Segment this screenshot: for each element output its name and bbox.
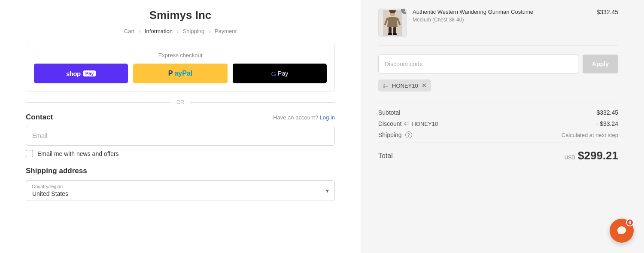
- svg-rect-9: [393, 33, 397, 35]
- summary-divider: [378, 103, 618, 103]
- product-details: Authentic Western Wandering Gunman Costu…: [413, 9, 590, 23]
- paypal-button[interactable]: PayPal: [133, 64, 227, 83]
- shipping-calculated-text: Calculated at next step: [562, 132, 618, 138]
- country-select-wrapper: Country/region United States ▾: [26, 180, 335, 201]
- paypal-label: ayPal: [174, 70, 192, 77]
- crisp-chat-widget[interactable]: 6: [610, 219, 634, 243]
- total-currency: USD: [565, 155, 575, 161]
- discount-label-row: Discount 🏷 HONEY10: [378, 120, 438, 127]
- chevron-icon-3: ›: [209, 28, 210, 34]
- product-variant: Medium (Chest 38-40): [413, 17, 590, 23]
- product-price: $332.45: [596, 9, 618, 15]
- gpay-button[interactable]: G Pay: [233, 64, 327, 83]
- shoppay-pay-badge: Pay: [83, 70, 96, 76]
- or-divider: OR: [26, 99, 335, 105]
- tag-icon: 🏷: [383, 82, 389, 89]
- shipping-label-group: Shipping ?: [378, 131, 412, 138]
- contact-header: Contact Have an account? Log in: [26, 113, 335, 122]
- breadcrumb-cart[interactable]: Cart: [124, 28, 135, 34]
- gpay-g-icon: G: [271, 70, 276, 77]
- email-news-checkbox[interactable]: [26, 150, 33, 157]
- email-news-label[interactable]: Email me with news and offers: [37, 150, 119, 157]
- total-label: Total: [378, 152, 393, 160]
- discount-summary-label: Discount: [378, 120, 401, 127]
- express-checkout-buttons: shop Pay PayPal G Pay: [34, 64, 327, 83]
- order-summary-panel: 1 Authenti: [361, 0, 635, 253]
- log-in-link[interactable]: Log in: [320, 114, 335, 121]
- breadcrumb-shipping: Shipping: [183, 28, 205, 34]
- express-checkout-label: Express checkout: [34, 52, 327, 58]
- discount-tag-icon-sm: 🏷: [404, 121, 409, 127]
- subtotal-label: Subtotal: [378, 109, 400, 116]
- country-select[interactable]: United States: [26, 180, 335, 201]
- paypal-p-icon: P: [168, 70, 173, 77]
- shipping-summary-row: Shipping ? Calculated at next step: [378, 131, 618, 138]
- breadcrumb: Cart › Information › Shipping › Payment: [26, 28, 335, 34]
- svg-rect-8: [388, 33, 392, 35]
- svg-rect-7: [393, 27, 396, 34]
- discount-summary-row: Discount 🏷 HONEY10 - $33.24: [378, 120, 618, 127]
- crisp-notification-badge: 6: [626, 219, 634, 226]
- svg-rect-6: [389, 27, 392, 34]
- product-item: 1 Authenti: [378, 9, 618, 46]
- shipping-address-title: Shipping address: [26, 167, 335, 175]
- email-news-row: Email me with news and offers: [26, 150, 335, 157]
- crisp-chat-icon: [616, 225, 627, 236]
- checkout-left-panel: Smimys Inc Cart › Information › Shipping…: [0, 0, 361, 253]
- discount-row: Apply: [378, 55, 618, 73]
- discount-code-input[interactable]: [378, 55, 578, 73]
- chevron-icon-1: ›: [139, 28, 140, 34]
- discount-tag: 🏷 HONEY10 ✕: [378, 79, 431, 91]
- apply-button[interactable]: Apply: [583, 55, 618, 73]
- breadcrumb-payment: Payment: [215, 28, 237, 34]
- shoppay-text: shop: [66, 70, 81, 77]
- chevron-icon-2: ›: [177, 28, 179, 34]
- applied-discount-code: HONEY10: [392, 82, 418, 89]
- gpay-pay-label: Pay: [278, 70, 288, 77]
- total-row: Total USD $299.21: [378, 143, 618, 162]
- shoppay-button[interactable]: shop Pay: [34, 64, 128, 83]
- express-checkout-box: Express checkout shop Pay PayPal G Pay: [26, 44, 335, 91]
- login-prompt: Have an account? Log in: [273, 114, 335, 121]
- breadcrumb-information: Information: [145, 28, 173, 34]
- discount-code-label: HONEY10: [412, 121, 438, 127]
- svg-rect-3: [390, 11, 395, 13]
- shipping-help-icon[interactable]: ?: [405, 131, 412, 138]
- subtotal-row: Subtotal $332.45: [378, 109, 618, 116]
- total-amount: $299.21: [578, 149, 618, 162]
- have-account-text: Have an account?: [273, 114, 318, 121]
- total-right: USD $299.21: [565, 149, 618, 162]
- product-image-svg: [383, 10, 402, 36]
- discount-value: - $33.24: [596, 120, 618, 127]
- subtotal-value: $332.45: [596, 109, 618, 116]
- store-title: Smimys Inc: [26, 9, 335, 22]
- email-field[interactable]: [26, 126, 335, 146]
- remove-discount-button[interactable]: ✕: [422, 82, 427, 89]
- shipping-label: Shipping: [378, 131, 402, 138]
- product-name: Authentic Western Wandering Gunman Costu…: [413, 9, 590, 15]
- product-image: 1: [378, 9, 407, 37]
- or-text: OR: [176, 99, 184, 105]
- contact-title: Contact: [26, 113, 53, 122]
